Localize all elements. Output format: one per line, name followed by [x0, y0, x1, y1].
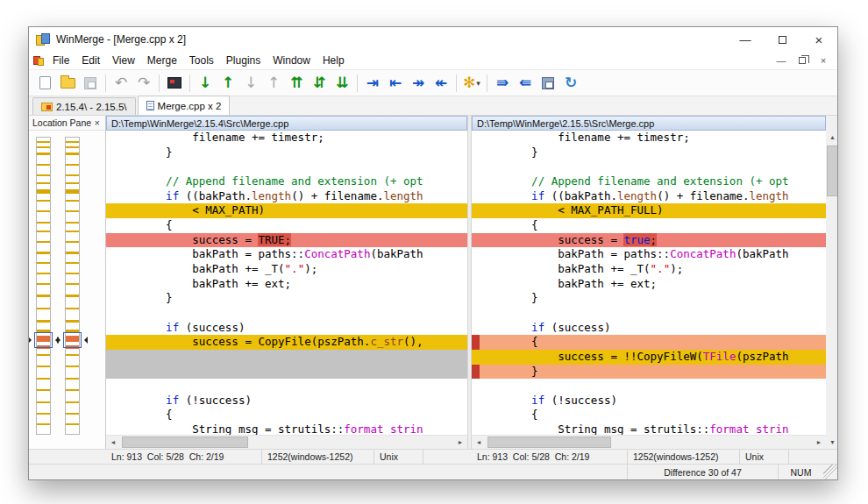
scroll-right-icon[interactable]: ►: [812, 436, 826, 449]
next-difference-button[interactable]: ↓: [194, 72, 217, 95]
menu-help[interactable]: Help: [317, 54, 351, 67]
scroll-track[interactable]: [120, 436, 453, 449]
copy-left-button[interactable]: ⇤: [384, 72, 407, 95]
undo-button[interactable]: ↶: [110, 72, 132, 95]
view-indicator[interactable]: [63, 332, 82, 348]
copy-left-and-advance-button[interactable]: ↞: [430, 72, 452, 95]
first-difference-button[interactable]: ⇈: [285, 72, 308, 95]
current-difference-button[interactable]: ⇵: [308, 72, 331, 95]
copy-right-and-advance-button[interactable]: ↠: [407, 72, 430, 95]
code-line[interactable]: if (success): [106, 321, 467, 336]
code-line[interactable]: bakPath += ext;: [106, 277, 467, 292]
pane-header-right[interactable]: D:\Temp\WinMerge\2.15.5\Src\Merge.cpp: [472, 116, 826, 131]
pane-header-left[interactable]: D:\Temp\WinMerge\2.15.4\Src\Merge.cpp: [106, 116, 467, 131]
tab-2[interactable]: Merge.cpp x 2: [138, 96, 231, 115]
view-options-button[interactable]: [163, 72, 186, 95]
menu-tools[interactable]: Tools: [183, 54, 220, 67]
redo-button[interactable]: ↷: [132, 72, 155, 95]
scroll-left-icon[interactable]: ◄: [472, 436, 486, 449]
copy-all-left-button[interactable]: ⇚: [514, 72, 537, 95]
code-line[interactable]: < MAX_PATH): [106, 203, 467, 218]
code-line[interactable]: < MAX_PATH_FULL): [472, 203, 826, 218]
code-line[interactable]: [106, 350, 467, 365]
code-line[interactable]: {: [106, 218, 467, 233]
code-line[interactable]: [106, 160, 467, 174]
code-line[interactable]: bakPath += _T(".");: [106, 262, 467, 277]
menu-merge[interactable]: Merge: [141, 54, 183, 67]
code-line[interactable]: String msg = strutils::format_strin: [472, 422, 826, 435]
open-button[interactable]: [56, 72, 79, 95]
previous-difference-button[interactable]: ↑: [217, 72, 239, 95]
code-line[interactable]: [472, 160, 826, 174]
close-button[interactable]: ×: [800, 27, 837, 52]
code-line[interactable]: }: [106, 146, 467, 160]
scroll-thumb[interactable]: [122, 437, 248, 448]
location-pane-close-icon[interactable]: ×: [93, 117, 102, 128]
code-line[interactable]: bakPath += ext;: [472, 277, 826, 292]
scroll-thumb[interactable]: [487, 437, 611, 448]
code-line[interactable]: [472, 306, 826, 321]
save-all-button[interactable]: [537, 72, 559, 95]
code-line[interactable]: success = true;: [472, 233, 826, 248]
code-line[interactable]: success = !!CopyFileW(TFile(pszPath: [472, 350, 826, 365]
vscrollbar[interactable]: ▲ ▼: [826, 131, 837, 449]
code-line[interactable]: if (!success): [106, 394, 467, 408]
code-line[interactable]: filename += timestr;: [472, 131, 826, 146]
location-pane-body[interactable]: [29, 131, 105, 449]
code-line[interactable]: if ((bakPath.length() + filename.length: [472, 189, 826, 204]
code-line[interactable]: [472, 379, 826, 394]
code-editor-right[interactable]: filename += timestr; } // Append filenam…: [472, 131, 826, 435]
code-line[interactable]: // Append filename and extension (+ opt: [472, 174, 826, 189]
code-line[interactable]: filename += timestr;: [106, 131, 467, 146]
code-line[interactable]: success = CopyFile(pszPath.c_str(),: [106, 335, 467, 350]
code-line[interactable]: if (!success): [472, 394, 826, 408]
code-line[interactable]: [106, 365, 467, 380]
refresh-button[interactable]: ↻: [559, 72, 582, 95]
menu-edit[interactable]: Edit: [75, 54, 106, 67]
code-line[interactable]: if ((bakPath.length() + filename.length: [106, 189, 467, 204]
code-line[interactable]: {: [106, 408, 467, 422]
code-line[interactable]: bakPath += _T(".");: [472, 262, 826, 277]
code-line[interactable]: // Append filename and extension (+ opt: [106, 174, 467, 189]
code-line[interactable]: {: [472, 335, 826, 350]
next-conflict-button[interactable]: ↓: [239, 72, 262, 95]
auto-merge-button[interactable]: ✻▾: [460, 72, 483, 95]
code-line[interactable]: }: [472, 365, 826, 380]
code-line[interactable]: String msg = strutils::format_strin: [106, 422, 467, 435]
maximize-button[interactable]: [764, 27, 800, 52]
code-line[interactable]: [106, 306, 467, 321]
hscrollbar-left[interactable]: ◄ ►: [106, 435, 467, 449]
title-bar[interactable]: WinMerge - [Merge.cpp x 2] — ×: [29, 27, 837, 52]
mdi-minimize-button[interactable]: —: [771, 53, 792, 68]
code-line[interactable]: bakPath = paths::ConcatPath(bakPath: [106, 247, 467, 262]
scroll-down-icon[interactable]: ▼: [826, 436, 837, 449]
menu-file[interactable]: File: [46, 54, 75, 67]
save-button[interactable]: [79, 72, 102, 95]
copy-all-right-button[interactable]: ⇛: [491, 72, 514, 95]
code-line[interactable]: bakPath = paths::ConcatPath(bakPath: [472, 247, 826, 262]
previous-conflict-button[interactable]: ↑: [262, 72, 285, 95]
resize-grip[interactable]: [823, 465, 837, 479]
code-line[interactable]: {: [472, 218, 826, 233]
menu-window[interactable]: Window: [267, 54, 317, 67]
view-indicator[interactable]: [34, 332, 53, 348]
scroll-thumb[interactable]: [827, 146, 837, 196]
menu-plugins[interactable]: Plugins: [220, 54, 267, 67]
mdi-close-button[interactable]: ×: [813, 53, 834, 68]
scroll-right-icon[interactable]: ►: [453, 436, 467, 449]
tab-1[interactable]: 2.15.4\ - 2.15.5\: [32, 97, 136, 115]
scroll-track[interactable]: [486, 436, 812, 449]
code-line[interactable]: }: [472, 291, 826, 306]
code-line[interactable]: }: [106, 291, 467, 306]
new-file-button[interactable]: [33, 72, 56, 95]
code-line[interactable]: {: [472, 408, 826, 422]
scroll-track[interactable]: [826, 144, 837, 436]
minimize-button[interactable]: —: [727, 27, 764, 52]
code-line[interactable]: success = TRUE;: [106, 233, 467, 248]
scroll-up-icon[interactable]: ▲: [826, 131, 837, 144]
code-editor-left[interactable]: filename += timestr; } // Append filenam…: [106, 131, 467, 435]
code-line[interactable]: if (success): [472, 321, 826, 336]
code-line[interactable]: [106, 379, 467, 394]
copy-right-button[interactable]: ⇥: [361, 72, 384, 95]
scroll-left-icon[interactable]: ◄: [106, 436, 120, 449]
